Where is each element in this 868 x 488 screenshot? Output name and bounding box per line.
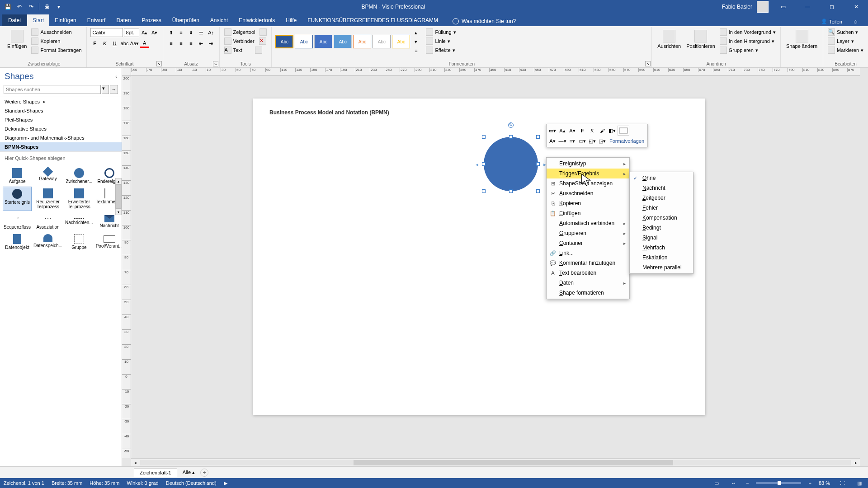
bullets-button[interactable]: ☰ (197, 28, 206, 37)
search-go-icon[interactable]: → (110, 85, 118, 94)
shape-message-flow[interactable]: Nachrichten... (64, 212, 94, 231)
resize-handle-se[interactable] (536, 189, 540, 193)
ctx-item[interactable]: 📋Einfügen (547, 208, 629, 218)
font-color-button[interactable]: A (140, 39, 149, 48)
more-shapes-button[interactable]: Weitere Shapes (0, 97, 122, 106)
font-dialog-launcher[interactable]: ↘ (156, 61, 162, 66)
submenu-item[interactable]: ✓Ohne (630, 173, 693, 183)
align-button[interactable]: Ausrichten (656, 28, 683, 51)
style-swatch-2[interactable]: Abc (295, 35, 313, 48)
text-direction-button[interactable]: A↕ (207, 28, 216, 37)
pointer-tool-button[interactable]: Zeigertool (223, 28, 268, 36)
align-center-button[interactable]: ≡ (177, 39, 186, 48)
sheet-all-dropdown[interactable]: Alle ▴ (180, 469, 198, 476)
tab-crossfunc[interactable]: FUNKTIONSÜBERGREIFENDES FLUSSDIAGRAMM (302, 14, 443, 26)
switch-windows-icon[interactable]: ▥ (854, 478, 864, 488)
macro-record-icon[interactable]: ▶ (224, 480, 227, 486)
mini-style-preview[interactable] (618, 126, 629, 136)
resize-handle-ne[interactable] (536, 135, 540, 139)
submenu-item[interactable]: Fehler (630, 203, 693, 213)
connector-tool-button[interactable]: Verbinder✕ (223, 37, 267, 45)
tab-insert[interactable]: Einfügen (49, 14, 81, 26)
zoom-plus-icon[interactable]: + (808, 480, 811, 486)
shape-sequence-flow[interactable]: Sequenzfluss (3, 212, 32, 231)
autoconnect-left-icon[interactable]: ◂ (476, 161, 478, 168)
case-button[interactable]: Aa▾ (130, 39, 139, 48)
tab-view[interactable]: Ansicht (205, 14, 233, 26)
shape-pool[interactable]: Pool/Verant... (95, 232, 124, 252)
resize-handle-s[interactable] (509, 189, 513, 193)
mini-grow-font[interactable]: A▴ (558, 126, 567, 135)
tab-review[interactable]: Überprüfen (167, 14, 205, 26)
strike-button[interactable]: abc (120, 39, 129, 48)
format-painter-button[interactable]: Format übertragen (30, 46, 82, 54)
avatar[interactable] (757, 1, 769, 13)
paragraph-dialog-launcher[interactable]: ↘ (213, 61, 218, 66)
ctx-item[interactable]: 💬Kommentar hinzufügen (547, 258, 629, 268)
font-name-select[interactable] (90, 28, 123, 37)
stencil-decorative[interactable]: Dekorative Shapes (0, 124, 122, 133)
resize-handle-w[interactable] (482, 162, 486, 166)
grow-font-button[interactable]: A▴ (140, 28, 149, 37)
shape-gateway[interactable]: Gateway (33, 166, 63, 186)
drawing-page[interactable]: Business Process Model and Notation (BPM… (253, 99, 705, 415)
resize-handle-nw[interactable] (482, 135, 486, 139)
shape-collapsed-sub[interactable]: Reduzierter Teilprozess (33, 187, 63, 211)
horizontal-scrollbar[interactable]: ◂ ▸ (131, 458, 860, 466)
italic-button[interactable]: K (100, 39, 109, 48)
select-button[interactable]: Markieren ▾ (827, 46, 864, 54)
submenu-item[interactable]: Signal (630, 233, 693, 243)
mini-back[interactable]: ◲▾ (598, 136, 607, 145)
share-button[interactable]: 👤 Teilen (817, 17, 846, 26)
style-gallery-more[interactable]: ≡ (411, 46, 420, 55)
style-gallery-up[interactable]: ▴ (411, 28, 420, 37)
paste-button[interactable]: Einfügen (5, 28, 28, 51)
text-tool-button[interactable]: AText (223, 46, 263, 54)
zoom-minus-icon[interactable]: − (746, 480, 749, 486)
feedback-icon[interactable]: ☺ (849, 17, 862, 26)
ctx-item[interactable]: ⊞ShapeSheet anzeigen (547, 178, 629, 188)
qat-dropdown-icon[interactable]: ▾ (55, 3, 63, 11)
submenu-item[interactable]: Mehrfach (630, 243, 693, 253)
stencil-bpmn[interactable]: BPMN-Shapes (0, 142, 122, 151)
submenu-item[interactable]: Mehrere parallel (630, 263, 693, 272)
ctx-item[interactable]: ✂Ausschneiden (547, 188, 629, 198)
mini-style-dropdown[interactable]: ▭▾ (548, 126, 557, 135)
page-width-icon[interactable]: ↔ (729, 478, 739, 488)
tab-file[interactable]: Datei (2, 14, 27, 26)
mini-format-styles-link[interactable]: Formatvorlagen (608, 138, 646, 144)
position-button[interactable]: Positionieren (684, 28, 717, 51)
style-swatch-6[interactable]: Abc (373, 35, 391, 48)
drawing-canvas[interactable]: Business Process Model and Notation (BPM… (131, 76, 860, 458)
tab-design[interactable]: Entwurf (82, 14, 111, 26)
close-icon[interactable]: ✕ (846, 0, 866, 14)
style-gallery-down[interactable]: ▾ (411, 37, 420, 46)
mini-arrange[interactable]: ▭▾ (578, 136, 587, 145)
shape-association[interactable]: Assoziation (33, 212, 63, 231)
ctx-item[interactable]: Automatisch verbinden (547, 218, 629, 228)
tab-start[interactable]: Start (27, 14, 49, 26)
mini-align[interactable]: ≡▾ (568, 136, 577, 145)
shape-intermediate[interactable]: Zwischener... (64, 166, 94, 186)
submenu-item[interactable]: Zeitgeber (630, 193, 693, 203)
ctx-item[interactable]: 🔗Link... (547, 248, 629, 258)
search-dropdown-icon[interactable]: ▾ (102, 85, 109, 94)
undo-icon[interactable]: ↶ (15, 3, 24, 11)
stencil-arrows[interactable]: Pfeil-Shapes (0, 115, 122, 124)
submenu-item[interactable]: Bedingt (630, 223, 693, 233)
ctx-item[interactable]: Gruppieren (547, 228, 629, 238)
resize-handle-sw[interactable] (482, 189, 486, 193)
mini-italic[interactable]: K (588, 126, 597, 135)
tab-help[interactable]: Hilfe (280, 14, 302, 26)
mini-font-color[interactable]: A▾ (548, 136, 557, 145)
submenu-item[interactable]: Nachricht (630, 183, 693, 193)
align-right-button[interactable]: ≡ (187, 39, 196, 48)
tab-data[interactable]: Daten (111, 14, 136, 26)
mini-line-color[interactable]: —▾ (558, 136, 567, 145)
layer-button[interactable]: Layer ▾ (827, 37, 864, 45)
resize-handle-n[interactable] (509, 135, 513, 139)
ctx-item[interactable]: AText bearbeiten (547, 268, 629, 278)
copy-button[interactable]: Kopieren (30, 37, 82, 45)
line-button[interactable]: Linie ▾ (425, 37, 457, 45)
presentation-mode-icon[interactable]: ▭ (712, 478, 722, 488)
